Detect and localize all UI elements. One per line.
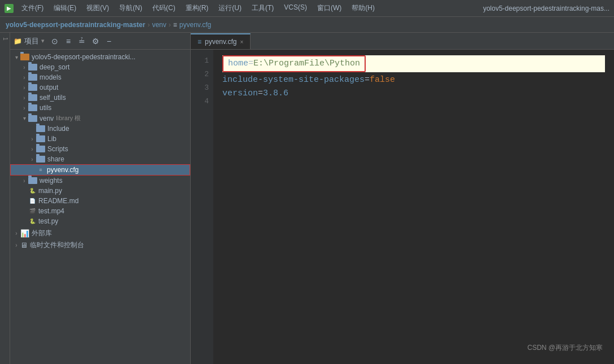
breadcrumb-folder[interactable]: venv xyxy=(152,21,166,29)
item-name: deep_sort xyxy=(40,63,69,71)
window-title: yolov5-deepsort-pedestraintracking-mas..… xyxy=(483,5,609,12)
external-lib-icon: 📊 xyxy=(20,229,29,238)
folder-icon xyxy=(36,156,45,163)
list-item[interactable]: › self_utils xyxy=(10,93,190,103)
cfg-file-icon: ≡ xyxy=(37,166,45,174)
toolbar-btn-minimize[interactable]: − xyxy=(103,36,115,47)
project-folder-icon: 📁 xyxy=(14,37,22,45)
code-op-1: = xyxy=(248,57,253,71)
item-name: output xyxy=(40,84,58,91)
item-name: utils xyxy=(40,104,51,112)
list-item[interactable]: › weights xyxy=(10,176,190,186)
item-name: self_utils xyxy=(40,94,66,102)
folder-icon xyxy=(36,135,45,142)
menu-window[interactable]: 窗口(W) xyxy=(313,2,346,14)
item-name: weights xyxy=(40,177,63,185)
project-toolbar-title: 📁 项目 ▾ xyxy=(14,36,45,46)
menu-run[interactable]: 运行(U) xyxy=(214,2,246,14)
mp4-file-icon: 🎬 xyxy=(28,207,36,215)
breadcrumb-file-icon: ≡ xyxy=(173,21,177,29)
root-name: yolov5-deepsort-pedestraintracki... xyxy=(32,53,135,61)
tab-close-button[interactable]: × xyxy=(240,39,244,45)
folder-icon xyxy=(28,64,37,71)
list-item[interactable]: › models xyxy=(10,72,190,82)
item-name: Lib xyxy=(47,135,56,143)
structure-tab[interactable]: 1 xyxy=(0,33,10,45)
line-num-4: 4 xyxy=(191,95,213,108)
item-name: share xyxy=(47,155,64,163)
root-arrow: ▾ xyxy=(12,54,20,60)
code-lines[interactable]: home = E:\ProgramFile\Python include-sys… xyxy=(213,50,614,364)
menu-tools[interactable]: 工具(T) xyxy=(247,2,278,14)
project-panel: 📁 项目 ▾ ⊙ ≡ ≟ ⚙ − ▾ yolov5-deepsort-pedes… xyxy=(10,33,191,364)
code-line-1: home = E:\ProgramFile\Python xyxy=(222,55,605,72)
menu-refactor[interactable]: 重构(R) xyxy=(181,2,213,14)
menu-navigate[interactable]: 导航(N) xyxy=(115,2,147,14)
code-key-version: version xyxy=(222,87,258,100)
temp-files-label: 临时文件和控制台 xyxy=(30,240,84,250)
folder-icon xyxy=(28,94,37,101)
line-num-1: 1 xyxy=(191,54,213,68)
left-side-tabs: 1 xyxy=(0,33,10,364)
main-layout: 1 📁 项目 ▾ ⊙ ≡ ≟ ⚙ − ▾ yolov5-deepsort-ped… xyxy=(0,33,614,364)
project-toolbar: 📁 项目 ▾ ⊙ ≡ ≟ ⚙ − xyxy=(10,33,190,50)
breadcrumb-sep1: › xyxy=(147,21,150,29)
code-val-home: E:\ProgramFile\Python xyxy=(253,57,360,71)
folder-icon xyxy=(28,177,37,184)
line-numbers: 1 2 3 4 xyxy=(191,50,213,364)
list-item[interactable]: 🐍 test.py xyxy=(10,216,190,226)
line-num-2: 2 xyxy=(191,68,213,81)
toolbar-btn-3[interactable]: ≟ xyxy=(76,36,87,47)
code-line-3: version = 3.8.6 xyxy=(222,87,605,100)
list-item[interactable]: › share xyxy=(10,154,190,164)
tab-name: pyvenv.cfg xyxy=(205,38,236,46)
editor-content: 1 2 3 4 home = E:\ProgramFile\Python inc… xyxy=(191,50,614,364)
external-lib-label: 外部库 xyxy=(32,229,52,238)
item-name: test.mp4 xyxy=(38,207,64,215)
menu-edit[interactable]: 编辑(E) xyxy=(49,2,81,14)
external-lib-item[interactable]: › 📊 外部库 xyxy=(10,227,190,239)
list-item[interactable]: ▾ venv library 根 xyxy=(10,113,190,124)
toolbar-btn-settings[interactable]: ⚙ xyxy=(90,36,101,47)
list-item[interactable]: › Lib xyxy=(10,134,190,144)
list-item[interactable]: › utils xyxy=(10,103,190,113)
item-name: test.py xyxy=(38,217,58,225)
code-val-version: 3.8.6 xyxy=(263,87,288,100)
list-item[interactable]: 🎬 test.mp4 xyxy=(10,206,190,216)
code-line-2: include-system-site-packages = false xyxy=(222,73,605,87)
item-name: main.py xyxy=(38,187,62,195)
item-name: Scripts xyxy=(47,145,68,153)
code-empty xyxy=(222,100,227,114)
list-item[interactable]: Include xyxy=(10,124,190,134)
code-val-include: false xyxy=(370,73,395,87)
tab-pyvenv-cfg[interactable]: ≡ pyvenv.cfg × xyxy=(191,33,251,49)
menu-file[interactable]: 文件(F) xyxy=(17,2,48,14)
selected-file-item[interactable]: ≡ pyvenv.cfg xyxy=(10,164,190,176)
list-item[interactable]: › deep_sort xyxy=(10,62,190,72)
folder-icon xyxy=(28,104,37,111)
item-name: Include xyxy=(47,125,69,133)
list-item[interactable]: 🐍 main.py xyxy=(10,186,190,196)
breadcrumb-project[interactable]: yolov5-deepsort-pedestraintracking-maste… xyxy=(6,21,145,29)
line-num-3: 3 xyxy=(191,81,213,95)
tree-root[interactable]: ▾ yolov5-deepsort-pedestraintracki... xyxy=(10,52,190,62)
menu-view[interactable]: 视图(V) xyxy=(82,2,113,14)
toolbar-btn-1[interactable]: ⊙ xyxy=(49,36,60,47)
list-item[interactable]: › Scripts xyxy=(10,144,190,154)
watermark: CSDN @再游于北方知寒 xyxy=(527,343,603,353)
code-op-2: = xyxy=(365,73,370,87)
item-name: venv xyxy=(40,115,54,122)
temp-files-item[interactable]: › 🖥 临时文件和控制台 xyxy=(10,239,190,251)
menu-code[interactable]: 代码(C) xyxy=(148,2,180,14)
list-item[interactable]: › output xyxy=(10,82,190,93)
item-name: pyvenv.cfg xyxy=(47,166,78,174)
menu-help[interactable]: 帮助(H) xyxy=(347,2,379,14)
menu-vcs[interactable]: VCS(S) xyxy=(279,2,312,14)
code-key-include: include-system-site-packages xyxy=(222,73,365,87)
toolbar-btn-2[interactable]: ≡ xyxy=(63,36,74,47)
list-item[interactable]: 📄 README.md xyxy=(10,196,190,206)
breadcrumb-file[interactable]: pyvenv.cfg xyxy=(179,21,211,29)
folder-icon xyxy=(36,146,45,152)
folder-icon xyxy=(28,115,37,122)
project-dropdown-icon[interactable]: ▾ xyxy=(41,37,45,45)
